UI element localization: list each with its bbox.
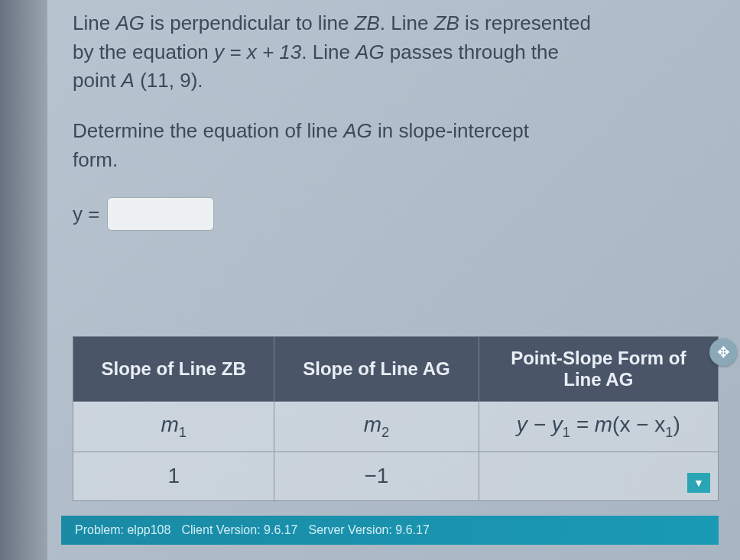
point-a: A bbox=[122, 69, 135, 92]
status-footer: Problem: elpp108 Client Version: 9.6.17 … bbox=[61, 516, 719, 545]
var-ag: AG bbox=[115, 11, 144, 34]
sub: 1 bbox=[179, 425, 187, 440]
coords: (11, 9). bbox=[135, 69, 203, 92]
left-shadow-edge bbox=[0, 0, 47, 560]
text: ) bbox=[673, 413, 680, 436]
text: Determine the equation of line bbox=[73, 119, 343, 142]
dropdown-button[interactable]: ▼ bbox=[687, 473, 710, 493]
equation: y = x + 13 bbox=[214, 40, 301, 63]
client-version: Client Version: 9.6.17 bbox=[181, 523, 297, 537]
text: Line bbox=[73, 11, 115, 34]
problem-content: Line AG is perpendicular to line ZB. Lin… bbox=[0, 0, 740, 231]
text: passes through the bbox=[385, 40, 559, 63]
text: . Line bbox=[380, 11, 434, 34]
text: in slope-intercept bbox=[372, 119, 529, 142]
instruction: Determine the equation of line AG in slo… bbox=[73, 117, 709, 174]
table-row: 1 −1 ▼ bbox=[73, 452, 719, 500]
answer-input[interactable] bbox=[107, 197, 214, 231]
cell-dropdown: ▼ bbox=[479, 452, 718, 500]
var-ag: AG bbox=[355, 40, 385, 63]
text: = m bbox=[570, 413, 612, 436]
table-header-row: Slope of Line ZB Slope of Line AG Point-… bbox=[73, 337, 719, 402]
text: form. bbox=[73, 146, 709, 175]
header-text: Point-Slope Form of bbox=[487, 348, 710, 369]
hint-table: Slope of Line ZB Slope of Line AG Point-… bbox=[73, 336, 719, 501]
sub: 1 bbox=[665, 425, 673, 440]
header-slope-ag: Slope of Line AG bbox=[274, 337, 479, 402]
table-row: m1 m2 y − y1 = m(x − x1) bbox=[73, 402, 719, 452]
cell-m2: m2 bbox=[274, 402, 479, 452]
move-icon: ✥ bbox=[717, 343, 730, 361]
cell-m1: m1 bbox=[73, 402, 274, 452]
text: by the equation bbox=[73, 40, 214, 63]
var: m bbox=[161, 413, 178, 436]
header-slope-zb: Slope of Line ZB bbox=[73, 337, 274, 402]
sub: 2 bbox=[381, 425, 389, 440]
text: (x − x bbox=[612, 413, 665, 436]
text: is perpendicular to line bbox=[144, 11, 355, 34]
text: y − y bbox=[517, 413, 563, 436]
var: m bbox=[364, 413, 381, 436]
problem-id: Problem: elpp108 bbox=[75, 523, 170, 537]
sub: 1 bbox=[563, 425, 570, 440]
text: point bbox=[73, 69, 122, 92]
var-zb: ZB bbox=[434, 11, 459, 34]
answer-label: y = bbox=[73, 200, 99, 229]
var-zb: ZB bbox=[355, 11, 380, 34]
text: is represented bbox=[459, 11, 591, 34]
cell-value: 1 bbox=[73, 452, 274, 500]
server-version: Server Version: 9.6.17 bbox=[309, 523, 430, 537]
cell-value: −1 bbox=[274, 452, 479, 500]
header-point-slope: Point-Slope Form of Line AG bbox=[479, 337, 718, 402]
cell-formula: y − y1 = m(x − x1) bbox=[479, 402, 718, 452]
text: . Line bbox=[301, 40, 355, 63]
chevron-down-icon: ▼ bbox=[693, 477, 704, 489]
answer-row: y = bbox=[73, 197, 709, 231]
var-ag: AG bbox=[343, 119, 372, 142]
problem-statement: Line AG is perpendicular to line ZB. Lin… bbox=[73, 9, 709, 95]
move-handle[interactable]: ✥ bbox=[709, 338, 737, 366]
header-text: Line AG bbox=[487, 369, 710, 390]
